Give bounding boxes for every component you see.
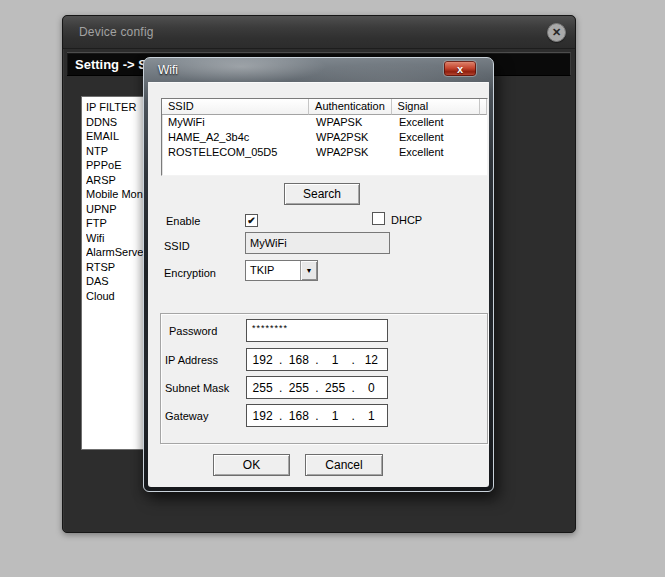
sidebar-item[interactable]: UPNP xyxy=(86,202,150,217)
ip-octet[interactable]: 255 xyxy=(283,381,314,395)
ok-button[interactable]: OK xyxy=(213,454,290,476)
ssid-input[interactable]: MyWiFi xyxy=(245,232,390,254)
wifi-dialog: Wifi x SSID Authentication Signal MyWiFi xyxy=(143,57,494,492)
column-header-ssid[interactable]: SSID xyxy=(162,99,309,115)
sidebar-item[interactable]: RTSP xyxy=(86,260,150,275)
dhcp-checkbox[interactable] xyxy=(372,212,385,225)
enable-label: Enable xyxy=(166,215,200,227)
search-button[interactable]: Search xyxy=(284,183,360,205)
cell-authentication: WPA2PSK xyxy=(310,145,393,160)
sidebar-item[interactable]: DAS xyxy=(86,274,150,289)
ip-octet[interactable]: 12 xyxy=(356,353,387,367)
subnet-mask-label: Subnet Mask xyxy=(165,382,229,394)
ssid-label: SSID xyxy=(164,240,190,252)
check-icon: ✔ xyxy=(247,216,255,226)
sidebar-item[interactable]: AlarmServe xyxy=(86,245,150,260)
network-list-rows: MyWiFi WPAPSK Excellent HAME_A2_3b4c WPA… xyxy=(162,115,487,160)
cell-signal: Excellent xyxy=(393,130,482,145)
dropdown-button[interactable]: ▼ xyxy=(300,261,317,280)
sidebar-item[interactable]: ARSP xyxy=(86,173,150,188)
column-header-authentication[interactable]: Authentication xyxy=(309,99,391,115)
ip-octet[interactable]: 1 xyxy=(320,409,351,423)
password-label: Password xyxy=(169,325,217,337)
network-row[interactable]: ROSTELECOM_05D5 WPA2PSK Excellent xyxy=(162,145,487,160)
password-input[interactable]: ******** xyxy=(246,319,388,342)
sidebar-item[interactable]: EMAIL xyxy=(86,129,150,144)
password-value: ******** xyxy=(252,323,288,333)
ip-octet[interactable]: 1 xyxy=(320,353,351,367)
column-header-signal[interactable]: Signal xyxy=(392,99,480,115)
sidebar-item[interactable]: Wifi xyxy=(86,231,150,246)
sidebar-item[interactable]: FTP xyxy=(86,216,150,231)
network-row[interactable]: HAME_A2_3b4c WPA2PSK Excellent xyxy=(162,130,487,145)
ip-octet[interactable]: 0 xyxy=(356,381,387,395)
cell-ssid: MyWiFi xyxy=(162,115,310,130)
window-title: Device config xyxy=(79,25,154,39)
sidebar-item[interactable]: DDNS xyxy=(86,115,150,130)
ip-octet[interactable]: 168 xyxy=(283,409,314,423)
encryption-dropdown[interactable]: TKIP ▼ xyxy=(245,260,318,281)
device-config-titlebar[interactable]: Device config ✕ xyxy=(63,16,575,49)
sidebar-item[interactable]: IP FILTER xyxy=(86,100,150,115)
close-icon: x xyxy=(457,63,463,75)
sidebar-item[interactable]: Cloud xyxy=(86,289,150,304)
column-header-blank xyxy=(480,99,487,115)
cell-authentication: WPA2PSK xyxy=(310,130,393,145)
cell-authentication: WPAPSK xyxy=(310,115,393,130)
wifi-network-list[interactable]: SSID Authentication Signal MyWiFi WPAPSK… xyxy=(161,98,488,176)
cell-signal: Excellent xyxy=(393,115,482,130)
encryption-label: Encryption xyxy=(164,267,216,279)
window-close-button[interactable]: ✕ xyxy=(547,23,566,42)
ip-octet[interactable]: 1 xyxy=(356,409,387,423)
cell-ssid: ROSTELECOM_05D5 xyxy=(162,145,310,160)
close-icon: ✕ xyxy=(552,26,561,39)
enable-checkbox[interactable]: ✔ xyxy=(245,214,258,227)
sidebar-item[interactable]: NTP xyxy=(86,144,150,159)
cancel-button-label: Cancel xyxy=(325,458,362,472)
ssid-value: MyWiFi xyxy=(250,237,287,249)
cell-ssid: HAME_A2_3b4c xyxy=(162,130,310,145)
sidebar-item[interactable]: PPPoE xyxy=(86,158,150,173)
search-button-label: Search xyxy=(303,187,341,201)
wifi-dialog-body: SSID Authentication Signal MyWiFi WPAPSK… xyxy=(148,82,489,487)
ok-button-label: OK xyxy=(243,458,260,472)
cell-signal: Excellent xyxy=(393,145,482,160)
dialog-title: Wifi xyxy=(158,63,178,77)
network-row[interactable]: MyWiFi WPAPSK Excellent xyxy=(162,115,487,130)
ip-octet[interactable]: 192 xyxy=(247,409,278,423)
network-list-header: SSID Authentication Signal xyxy=(162,99,487,115)
dialog-close-button[interactable]: x xyxy=(443,60,477,77)
chevron-down-icon: ▼ xyxy=(306,267,313,274)
ip-octet[interactable]: 255 xyxy=(247,381,278,395)
dhcp-label: DHCP xyxy=(391,214,422,226)
gateway-label: Gateway xyxy=(165,410,208,422)
subnet-mask-input[interactable]: 255 . 255 . 255 . 0 xyxy=(246,376,388,399)
ip-address-input[interactable]: 192 . 168 . 1 . 12 xyxy=(246,348,388,371)
ip-octet[interactable]: 255 xyxy=(320,381,351,395)
settings-sidebar: IP FILTER DDNS EMAIL NTP PPPoE ARSP Mobi… xyxy=(81,96,151,450)
ip-address-label: IP Address xyxy=(165,354,218,366)
sidebar-item[interactable]: Mobile Moni xyxy=(86,187,150,202)
gateway-input[interactable]: 192 . 168 . 1 . 1 xyxy=(246,404,388,427)
ip-octet[interactable]: 192 xyxy=(247,353,278,367)
desktop-background: Device config ✕ Setting -> S IP FILTER D… xyxy=(0,0,665,577)
cancel-button[interactable]: Cancel xyxy=(305,454,383,476)
encryption-value: TKIP xyxy=(250,263,274,278)
ip-octet[interactable]: 168 xyxy=(283,353,314,367)
